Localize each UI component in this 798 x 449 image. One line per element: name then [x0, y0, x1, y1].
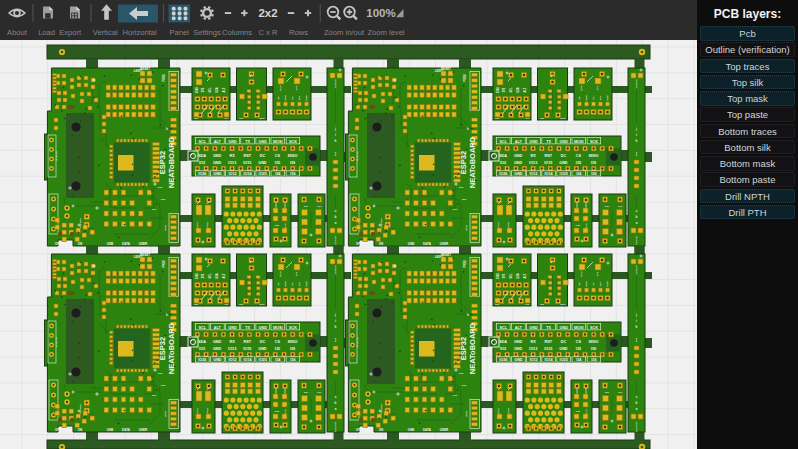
svg-text:Panel: Panel — [169, 28, 189, 37]
svg-text:Horizontal: Horizontal — [123, 28, 157, 37]
svg-text:Columns: Columns — [222, 28, 252, 37]
svg-text:100%: 100% — [366, 7, 395, 19]
svg-text:Zoom in/out: Zoom in/out — [324, 28, 365, 37]
svg-text:Rows: Rows — [289, 28, 308, 37]
svg-text:2x2: 2x2 — [258, 7, 277, 19]
svg-text:Settings: Settings — [193, 28, 221, 37]
svg-text:Zoom level: Zoom level — [367, 28, 404, 37]
svg-text:C x R: C x R — [259, 28, 279, 37]
svg-text:Vertical: Vertical — [93, 28, 118, 37]
svg-text:Load: Load — [38, 28, 55, 37]
svg-text:About: About — [7, 28, 28, 37]
svg-text:Export: Export — [59, 28, 82, 37]
